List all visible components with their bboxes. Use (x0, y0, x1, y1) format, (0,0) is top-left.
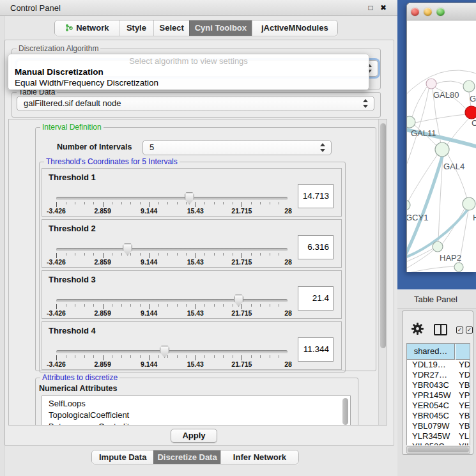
panel-left-splitter[interactable] (0, 16, 4, 476)
list-item-selfloops[interactable]: SelfLoops (42, 396, 350, 410)
tab-network[interactable]: Network (55, 20, 119, 36)
table-row[interactable]: YER054C YER0 (407, 401, 470, 411)
threshold-1-slider[interactable] (56, 197, 288, 200)
threshold-2-label: Threshold 2 (49, 224, 96, 233)
threshold-3-label: Threshold 3 (49, 275, 96, 284)
checkbox-icon[interactable]: ✓ (456, 326, 463, 334)
tab-discretize-data[interactable]: Discretize Data (153, 450, 220, 464)
settings-scroll-area: Interval Definition Number of Intervals … (8, 119, 387, 426)
control-panel-titlebar: Control Panel □ ✖ (0, 0, 397, 16)
table-row[interactable]: YDL19… YDL1 (407, 360, 470, 370)
minimize-traffic-light[interactable] (424, 8, 432, 16)
slider-scale: -3.426 2.859 9.144 15.43 21.715 28 (56, 309, 288, 317)
popup-option-equal-width-frequency[interactable]: Equal Width/Frequency Discretization (15, 78, 158, 88)
node-label-gal11[interactable]: GAL11 (411, 128, 436, 138)
table-row[interactable]: YDR27… YDR2 (407, 370, 470, 380)
tab-jactivemnodules[interactable]: jActiveMNodules (252, 20, 337, 36)
list-item-betweennesscentrality[interactable]: BetweennessCentrality (42, 421, 350, 426)
node-label-partial-c[interactable]: C (472, 118, 476, 128)
gear-icon[interactable] (411, 323, 424, 335)
threshold-4-panel: Threshold 4 -3.426 2.859 9.144 15.43 21.… (42, 321, 342, 370)
node-label-partial-h[interactable]: H (473, 213, 476, 222)
node-label-gcy1[interactable]: GCY1 (407, 213, 428, 222)
slider-ticks (56, 304, 288, 309)
apply-button[interactable]: Apply (171, 429, 217, 443)
network-graph[interactable] (407, 20, 476, 272)
combo-arrows-icon (320, 143, 325, 152)
table-row[interactable]: YBR043C YBR0 (407, 380, 470, 390)
network-view-window: GAL80 G C GAL11 GAL4 GCY1 H HAP2 (406, 3, 476, 272)
control-panel-tabs: Network Style Select Cyni Toolbox jActiv… (54, 20, 338, 36)
table-data-value: galFiltered.sif default node (24, 96, 121, 111)
number-of-intervals-label: Number of Intervals (57, 142, 132, 151)
table-horizontal-scrollbar[interactable] (406, 446, 470, 454)
slider-ticks (56, 253, 288, 258)
float-window-icon[interactable]: □ (365, 3, 376, 13)
slider-scale: -3.426 2.859 9.144 15.43 21.715 28 (56, 258, 288, 266)
table-panel-title: Table Panel (414, 295, 457, 304)
node-label-partial-g[interactable]: G (470, 94, 476, 104)
threshold-3-slider[interactable] (56, 299, 288, 302)
checkbox-icon[interactable]: ✓ (466, 326, 473, 334)
numerical-attributes-label: Numerical Attributes (39, 384, 117, 393)
zoom-traffic-light[interactable] (436, 8, 445, 16)
thresholds-group-title: Threshold's Coordinates for 5 Intervals (44, 157, 180, 166)
node-attribute-table: shared… n YDL19… YDL1 YDR27… YDR2 YBR043… (406, 343, 470, 445)
number-of-intervals-value: 5 (150, 141, 154, 155)
node-table-panel: ✓ ✓ shared… n YDL19… YDL1 YDR27… YDR2 YB… (402, 311, 473, 455)
number-of-intervals-combobox[interactable]: 5 (142, 140, 332, 155)
tab-impute-data[interactable]: Impute Data (92, 450, 153, 464)
threshold-4-value-field[interactable]: 11.344 (298, 337, 334, 362)
tab-select[interactable]: Select (153, 20, 189, 36)
table-row[interactable]: YLR345W YLR3 (407, 431, 470, 441)
list-scrollbar[interactable] (342, 398, 348, 425)
slider-ticks (56, 355, 288, 360)
slider-ticks (56, 202, 288, 207)
threshold-1-label: Threshold 1 (49, 173, 96, 182)
attributes-group-title: Attributes to discretize (40, 373, 119, 382)
table-row[interactable]: YBL079W YBL0 (407, 421, 470, 431)
algorithm-dropdown-popup: Select algorithm to view settings Manual… (8, 54, 369, 90)
close-window-icon[interactable]: ✖ (378, 3, 388, 13)
numerical-attributes-list: SelfLoops TopologicalCoefficient Between… (42, 395, 351, 426)
column-header-shared[interactable]: shared… (407, 344, 455, 360)
network-icon (65, 24, 73, 32)
network-canvas[interactable]: GAL80 G C GAL11 GAL4 GCY1 H HAP2 (407, 20, 476, 272)
threshold-2-slider[interactable] (56, 248, 288, 251)
table-row[interactable]: YIL052C YIL0 (407, 441, 470, 445)
slider-scale: -3.426 2.859 9.144 15.43 21.715 28 (56, 360, 288, 368)
tab-cyni-toolbox[interactable]: Cyni Toolbox (189, 20, 252, 36)
threshold-2-value-field[interactable]: 6.316 (298, 235, 334, 259)
popup-option-manual-discretization[interactable]: Manual Discretization (15, 67, 104, 77)
interval-definition-title: Interval Definition (40, 123, 104, 132)
threshold-1-value-field[interactable]: 14.713 (298, 184, 334, 208)
network-window-titlebar[interactable] (407, 3, 476, 20)
node-label-gal80[interactable]: GAL80 (433, 90, 459, 100)
list-item-topologicalcoefficient[interactable]: TopologicalCoefficient (42, 410, 350, 421)
threshold-4-label: Threshold 4 (49, 326, 96, 335)
slider-scale: -3.426 2.859 9.144 15.43 21.715 28 (56, 207, 288, 215)
table-row[interactable]: YPR145W YPR1 (407, 390, 470, 401)
table-data-combobox[interactable]: galFiltered.sif default node (17, 96, 374, 111)
popup-placeholder-option[interactable]: Select algorithm to view settings (8, 56, 369, 66)
node-label-gal4[interactable]: GAL4 (443, 162, 464, 171)
application-window: Control Panel □ ✖ Network Style Select C… (0, 0, 476, 476)
table-panel-titlebar: Table Panel (397, 289, 476, 309)
settings-vertical-scrollbar[interactable] (378, 119, 387, 425)
threshold-3-value-field[interactable]: 21.4 (298, 286, 334, 311)
threshold-3-panel: Threshold 3 -3.426 2.859 9.144 15.43 21.… (42, 270, 342, 319)
close-traffic-light[interactable] (411, 8, 419, 16)
column-header-name[interactable]: n (456, 344, 470, 360)
panel-title: Control Panel (10, 3, 61, 13)
table-row[interactable]: YBR045C YBR0 (407, 411, 470, 421)
tab-style[interactable]: Style (119, 20, 154, 36)
threshold-1-panel: Threshold 1 -3.426 2.859 9.144 15.43 21.… (42, 168, 342, 217)
algorithm-group-title: Discretization Algorithm (17, 44, 100, 53)
tab-infer-network[interactable]: Infer Network (220, 450, 298, 464)
split-view-icon[interactable] (434, 324, 447, 335)
combo-arrows-icon (363, 99, 368, 108)
threshold-4-slider[interactable] (56, 350, 288, 353)
node-label-hap2[interactable]: HAP2 (440, 253, 461, 263)
mode-tabs: Impute Data Discretize Data Infer Networ… (91, 450, 299, 464)
threshold-2-panel: Threshold 2 -3.426 2.859 9.144 15.43 21.… (42, 219, 342, 268)
